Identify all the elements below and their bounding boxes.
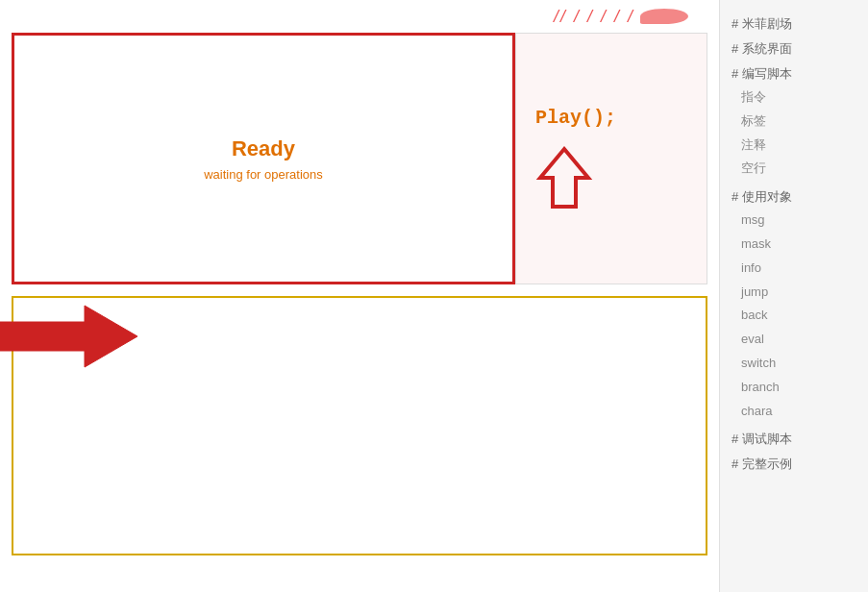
deco-lines-text: // / / / / / xyxy=(554,7,634,27)
svg-marker-0 xyxy=(540,149,588,207)
ready-label: Ready xyxy=(232,136,295,161)
svg-marker-1 xyxy=(0,306,137,367)
sidebar-item-switch[interactable]: switch xyxy=(732,352,856,376)
play-code: Play(); xyxy=(535,107,616,129)
sidebar-item-back[interactable]: back xyxy=(732,304,856,328)
sidebar-item-指令[interactable]: 指令 xyxy=(732,86,856,110)
sidebar-item-标签[interactable]: 标签 xyxy=(732,110,856,134)
right-arrow-icon xyxy=(0,298,142,375)
sidebar-item-mask[interactable]: mask xyxy=(732,233,856,257)
preview-panel: Ready waiting for operations xyxy=(12,33,515,284)
main-content: // / / / / / Ready waiting for operation… xyxy=(0,0,719,592)
sidebar-section-title[interactable]: # 完整示例 xyxy=(732,456,856,473)
sidebar-item-msg[interactable]: msg xyxy=(732,209,856,233)
top-decoration: // / / / / / xyxy=(12,8,707,25)
sidebar-section: # 编写脚本指令标签注释空行 xyxy=(732,65,856,181)
sidebar-section: # 调试脚本 xyxy=(732,431,856,448)
sidebar-item-eval[interactable]: eval xyxy=(732,328,856,352)
deco-image xyxy=(640,9,688,24)
sidebar-item-空行[interactable]: 空行 xyxy=(732,157,856,181)
sidebar: # 米菲剧场# 系统界面# 编写脚本指令标签注释空行# 使用对象msgmaski… xyxy=(719,0,868,592)
sidebar-item-info[interactable]: info xyxy=(732,257,856,281)
sidebar-section: # 米菲剧场 xyxy=(732,15,856,33)
sidebar-section-title[interactable]: # 调试脚本 xyxy=(732,431,856,448)
sidebar-item-chara[interactable]: chara xyxy=(732,400,856,424)
sidebar-section: # 使用对象msgmaskinfojumpbackevalswitchbranc… xyxy=(732,188,856,423)
sidebar-item-branch[interactable]: branch xyxy=(732,376,856,400)
panels-row: Ready waiting for operations Play(); xyxy=(12,33,707,284)
sidebar-section-title[interactable]: # 米菲剧场 xyxy=(732,15,856,33)
play-panel: Play(); xyxy=(515,33,707,284)
sidebar-item-jump[interactable]: jump xyxy=(732,281,856,305)
sidebar-item-注释[interactable]: 注释 xyxy=(732,134,856,158)
right-arrow-container xyxy=(0,298,142,375)
sidebar-section: # 系统界面 xyxy=(732,40,856,58)
up-arrow-icon xyxy=(535,144,593,211)
sidebar-section-title[interactable]: # 编写脚本 xyxy=(732,65,856,83)
sidebar-section-title[interactable]: # 系统界面 xyxy=(732,40,856,58)
sidebar-section: # 完整示例 xyxy=(732,456,856,473)
sidebar-section-title[interactable]: # 使用对象 xyxy=(732,188,856,206)
waiting-label: waiting for operations xyxy=(204,167,323,182)
